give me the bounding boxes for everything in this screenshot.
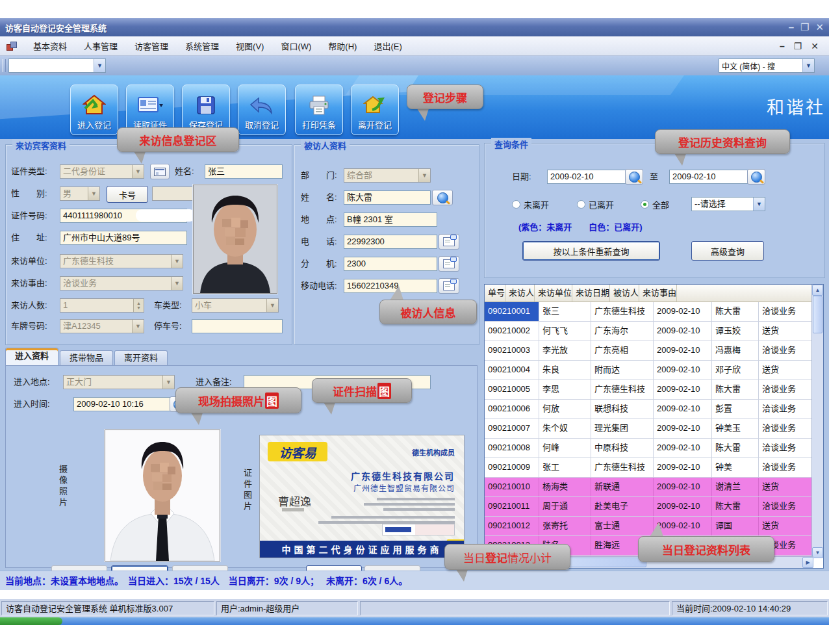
table-row[interactable]: 090210006 何放 联想科技 2009-02-10 彭置 洽谈业务 (485, 400, 813, 419)
call-extension-button[interactable] (439, 256, 459, 272)
table-row[interactable]: 090210010 杨海类 新联通 2009-02-10 谢清兰 送货 (485, 478, 813, 497)
table-row[interactable]: 090210005 李思 广东德生科技 2009-02-10 陈大雷 洽谈业务 (485, 380, 813, 400)
table-row[interactable]: 090210012 张寄托 富士通 2009-02-10 谭国 送货 (485, 517, 813, 536)
table-column-header[interactable]: 单号 (485, 285, 505, 302)
visit-reason-combo[interactable]: 洽谈业务 ▼ (60, 276, 183, 290)
vehicle-type-combo[interactable]: 小车 ▼ (192, 298, 279, 313)
dept-combo[interactable]: 综合部 ▼ (344, 168, 431, 183)
search-person-button[interactable] (432, 190, 453, 205)
mdi-minimize-icon[interactable]: – (780, 41, 785, 51)
vertical-scrollbar[interactable]: ▲ ▼ (811, 285, 823, 558)
cell-visited: 陈大雷 (712, 439, 759, 457)
scroll-up-icon[interactable]: ▲ (812, 285, 823, 296)
chevron-down-icon[interactable]: ▼ (753, 198, 765, 211)
table-column-header[interactable]: 来访单位 (535, 285, 572, 302)
spinner-arrows-icon[interactable]: ▲▼ (133, 299, 144, 312)
date-to-field[interactable]: 2009-02-10 (669, 170, 750, 184)
chevron-down-icon[interactable]: ▼ (266, 299, 278, 312)
cert-no-label: 证件号码: (11, 209, 47, 223)
tab-entry-info[interactable]: 进入资料 (5, 348, 58, 365)
quick-combo[interactable]: ▼ (8, 58, 106, 73)
table-row[interactable]: 090210004 朱良 附而达 2009-02-10 邓子欣 送货 (485, 361, 813, 380)
close-icon[interactable]: ✕ (815, 22, 824, 32)
table-row[interactable]: 090210002 何飞飞 广东海尔 2009-02-10 谭玉姣 送货 (485, 322, 813, 341)
menu-item[interactable]: 视图(V) (227, 37, 272, 55)
menu-item[interactable]: 访客管理 (126, 37, 177, 55)
advanced-query-button[interactable]: 高级查询 (691, 241, 764, 261)
entry-place-combo[interactable]: 正大门 ▼ (63, 375, 175, 389)
cert-type-combo[interactable]: 二代身份证 ▼ (60, 164, 144, 179)
card-number-field[interactable] (152, 187, 194, 201)
visit-company-combo[interactable]: 广东德生科技 ▼ (60, 254, 183, 268)
chevron-down-icon[interactable]: ▼ (132, 165, 144, 178)
address-field[interactable]: 广州市中山大道89号 (60, 231, 187, 245)
menu-item[interactable]: 帮助(H) (320, 37, 365, 55)
table-column-header[interactable]: 来访日期 (572, 285, 610, 302)
menu-item[interactable]: 基本资料 (25, 37, 75, 55)
phone-field[interactable]: 22992300 (344, 235, 437, 249)
menu-item[interactable]: 窗口(W) (272, 37, 320, 55)
query-conditions-group: 查询条件 日期: 2009-02-10 至 2009-02-10 未离开 已离开… (484, 143, 825, 278)
mdi-restore-icon[interactable]: ❐ (794, 41, 802, 51)
menu-item[interactable]: 退出(E) (365, 37, 410, 55)
entry-time-field[interactable]: 2009-02-10 10:16 (73, 397, 172, 411)
menu-item[interactable]: 系统管理 (177, 37, 227, 55)
visitor-name-field[interactable]: 张三 (205, 164, 283, 179)
vertical-scroll-thumb[interactable] (813, 296, 823, 333)
toolbar-grip (3, 59, 6, 72)
chevron-down-icon[interactable]: ▼ (171, 277, 183, 290)
visitor-registration-app: 访客自动登记安全管理系统 – ❐ ✕ 基本资料 人事管理 访客管理 系统管理 视… (0, 0, 829, 644)
mdi-close-icon[interactable]: ✕ (811, 41, 819, 51)
language-bar[interactable]: 中文 (简体) - 搜 ▼ (719, 58, 815, 73)
table-row[interactable]: 090210001 张三 广东德生科技 2009-02-10 陈大雷 洽谈业务 (485, 302, 813, 322)
leave-registration-button[interactable]: 离开登记 (351, 84, 399, 135)
card-number-button[interactable]: 卡号 (107, 186, 148, 203)
date-to-picker-button[interactable] (747, 169, 765, 185)
minimize-icon[interactable]: – (789, 22, 794, 32)
plate-combo[interactable]: 津A12345 ▼ (60, 319, 144, 333)
cell-visited: 冯惠梅 (712, 341, 759, 360)
print-ticket-button[interactable]: 打印凭条 (295, 84, 343, 135)
table-row[interactable]: 090210008 何峰 中原科技 2009-02-10 陈大雷 洽谈业务 (485, 439, 813, 458)
chevron-down-icon[interactable]: ▼ (802, 59, 814, 72)
menu-item[interactable]: 人事管理 (75, 37, 126, 55)
extension-field[interactable]: 2300 (344, 257, 437, 271)
location-field[interactable]: B幢 2301 室 (344, 213, 437, 227)
parking-field[interactable] (192, 319, 283, 333)
call-phone-button[interactable] (439, 234, 459, 250)
filter-select[interactable]: --请选择 ▼ (691, 197, 765, 211)
visitor-count-spinner[interactable]: 1 ▲▼ (60, 298, 144, 313)
callout-history-query: 登记历史资料查询 (655, 129, 790, 154)
table-row[interactable]: 090210011 周于通 赴美电子 2009-02-10 陈大雷 洽谈业务 (485, 497, 813, 517)
date-from-field[interactable]: 2009-02-10 (547, 170, 628, 184)
table-column-header[interactable]: 来访事由 (639, 285, 677, 302)
chevron-down-icon[interactable]: ▼ (418, 169, 430, 182)
chevron-down-icon[interactable]: ▼ (162, 376, 174, 389)
table-column-header[interactable]: 被访人 (610, 285, 639, 302)
restore-icon[interactable]: ❐ (800, 22, 809, 32)
scroll-right-icon[interactable]: ▶ (802, 557, 813, 568)
visited-name-field[interactable]: 陈大雷 (344, 190, 431, 205)
requery-button[interactable]: 按以上条件重新查询 (522, 241, 660, 261)
callout-steps: 登记步骤 (407, 84, 483, 109)
radio-option[interactable]: 全部 (641, 198, 669, 211)
enter-registration-button[interactable]: 进入登记 (70, 84, 118, 135)
card-reader-button[interactable] (150, 164, 170, 179)
scroll-down-icon[interactable]: ▼ (812, 547, 823, 558)
gender-combo[interactable]: 男 ▼ (60, 187, 100, 201)
table-row[interactable]: 090210003 李光放 广东亮相 2009-02-10 冯惠梅 洽谈业务 (485, 341, 813, 361)
radio-option[interactable]: 已离开 (577, 198, 614, 211)
chevron-down-icon[interactable]: ▼ (94, 59, 105, 72)
radio-option[interactable]: 未离开 (512, 198, 549, 211)
table-column-header[interactable]: 来访人 (505, 285, 535, 302)
tab-leave-info[interactable]: 离开资料 (114, 350, 168, 365)
date-from-picker-button[interactable] (625, 169, 643, 185)
chevron-down-icon[interactable]: ▼ (88, 187, 99, 200)
chevron-down-icon[interactable]: ▼ (171, 255, 183, 268)
call-mobile-button[interactable] (439, 278, 459, 294)
cancel-registration-button[interactable]: 取消登记 (238, 84, 286, 135)
chevron-down-icon[interactable]: ▼ (132, 320, 144, 333)
tab-carried-items[interactable]: 携带物品 (60, 350, 113, 365)
table-row[interactable]: 090210009 张工 广东德生科技 2009-02-10 钟美 洽谈业务 (485, 458, 813, 478)
table-row[interactable]: 090210007 朱个奴 理光集团 2009-02-10 钟美玉 洽谈业务 (485, 419, 813, 439)
